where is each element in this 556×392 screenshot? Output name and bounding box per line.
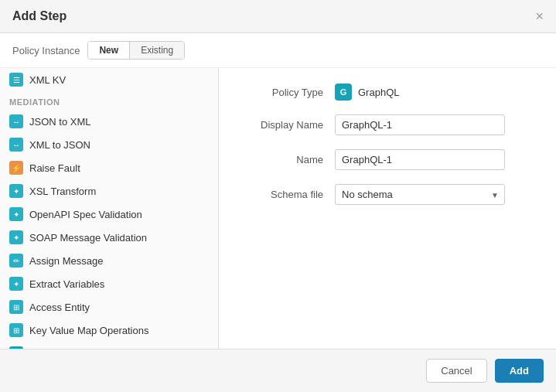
sidebar-item-xsl-transform[interactable]: ✦ XSL Transform: [0, 179, 218, 203]
mediation-section-label: MEDIATION: [0, 91, 218, 110]
new-toggle-button[interactable]: New: [88, 42, 130, 59]
add-step-modal: Add Step × Policy Instance New Existing …: [0, 0, 556, 392]
sidebar-item-key-value-map[interactable]: ⊞ Key Value Map Operations: [0, 319, 218, 342]
policy-type-value: G GraphQL: [335, 84, 399, 101]
policy-instance-label: Policy Instance: [12, 45, 80, 56]
display-name-input[interactable]: [335, 114, 505, 135]
content-area: Policy Type G GraphQL Display Name Name …: [219, 68, 556, 349]
display-name-label: Display Name: [242, 119, 335, 131]
sidebar-item-label: XSL Transform: [29, 186, 96, 197]
name-input[interactable]: [335, 149, 505, 170]
modal-header: Add Step ×: [0, 0, 556, 33]
access-entity-icon: ⊞: [9, 300, 23, 314]
sidebar-item-access-entity[interactable]: ⊞ Access Entity: [0, 295, 218, 319]
schema-file-select-wrapper: No schema ▼: [335, 184, 505, 205]
sidebar-item-label: XML KV: [29, 74, 66, 86]
sidebar-item-json-to-xml[interactable]: ↔ JSON to XML: [0, 110, 218, 133]
raise-fault-icon: ⚡: [9, 161, 23, 175]
cancel-button[interactable]: Cancel: [426, 359, 486, 383]
sidebar-item-openapi-spec[interactable]: ✦ OpenAPI Spec Validation: [0, 203, 218, 226]
sidebar-item-label: XML to JSON: [29, 139, 90, 151]
openapi-spec-icon: ✦: [9, 207, 23, 221]
sidebar-item-label: JSON to XML: [29, 116, 90, 128]
policy-type-name: GraphQL: [358, 87, 399, 98]
close-button[interactable]: ×: [535, 9, 544, 23]
xml-to-json-icon: ↔: [9, 138, 23, 152]
name-row: Name: [242, 149, 533, 170]
sidebar-item-label: Assign Message: [29, 255, 103, 267]
assign-message-icon: ✏: [9, 254, 23, 268]
soap-validation-icon: ✦: [9, 230, 23, 244]
modal-body: ☰ XML KV MEDIATION ↔ JSON to XML ↔ XML t…: [0, 68, 556, 349]
policy-instance-toggle: New Existing: [87, 41, 185, 60]
policy-type-label: Policy Type: [242, 87, 335, 98]
sidebar-item-assert-condition[interactable]: ⊞ Assert Condition (beta): [0, 342, 218, 349]
xsl-transform-icon: ✦: [9, 184, 23, 198]
name-label: Name: [242, 154, 335, 165]
sidebar-item-label: Access Entity: [29, 302, 90, 313]
policy-type-row: Policy Type G GraphQL: [242, 84, 533, 101]
xml-kv-icon: ☰: [9, 73, 23, 87]
add-button[interactable]: Add: [495, 359, 544, 383]
existing-toggle-button[interactable]: Existing: [130, 42, 184, 59]
sidebar-item-label: OpenAPI Spec Validation: [29, 209, 142, 220]
modal-footer: Cancel Add: [0, 349, 556, 392]
schema-file-row: Schema file No schema ▼: [242, 184, 533, 205]
policy-type-icon: G: [335, 84, 352, 101]
sidebar: ☰ XML KV MEDIATION ↔ JSON to XML ↔ XML t…: [0, 68, 219, 349]
sidebar-item-label: SOAP Message Validation: [29, 232, 147, 244]
modal-title: Add Step: [12, 9, 67, 23]
sidebar-item-raise-fault[interactable]: ⚡ Raise Fault: [0, 156, 218, 179]
key-value-map-icon: ⊞: [9, 323, 23, 337]
json-to-xml-icon: ↔: [9, 114, 23, 128]
sidebar-item-assign-message[interactable]: ✏ Assign Message: [0, 249, 218, 272]
schema-file-label: Schema file: [242, 189, 335, 200]
sidebar-item-label: Raise Fault: [29, 162, 80, 174]
sidebar-item-label: Key Value Map Operations: [29, 325, 148, 336]
sidebar-item-xml-to-json[interactable]: ↔ XML to JSON: [0, 133, 218, 156]
sidebar-item-soap-validation[interactable]: ✦ SOAP Message Validation: [0, 226, 218, 249]
sidebar-item-xml-kv[interactable]: ☰ XML KV: [0, 68, 218, 91]
display-name-row: Display Name: [242, 114, 533, 135]
policy-instance-bar: Policy Instance New Existing: [0, 33, 556, 68]
schema-file-select[interactable]: No schema: [335, 184, 505, 205]
sidebar-item-label: Extract Variables: [29, 278, 104, 290]
extract-variables-icon: ✦: [9, 277, 23, 291]
sidebar-item-extract-variables[interactable]: ✦ Extract Variables: [0, 272, 218, 295]
